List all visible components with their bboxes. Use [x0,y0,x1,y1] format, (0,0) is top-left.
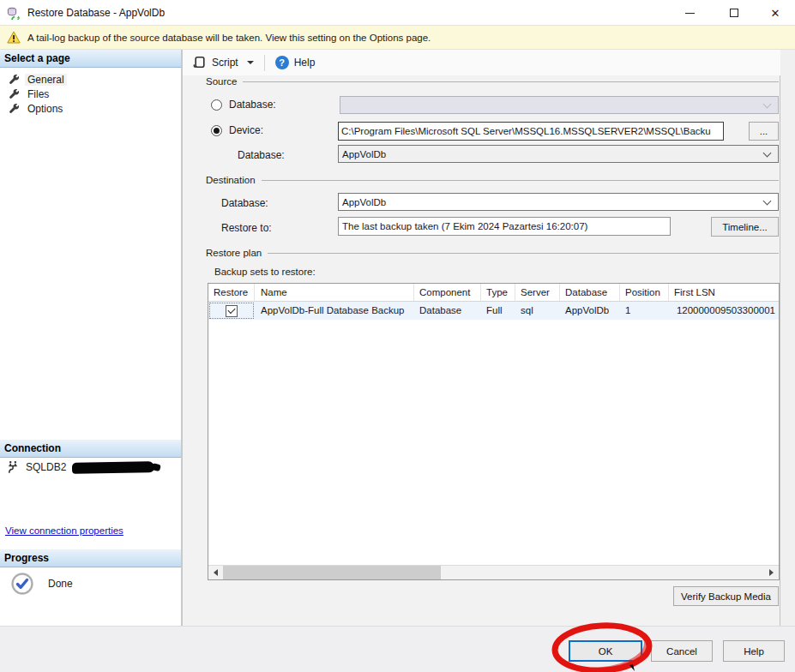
scrollbar-thumb[interactable] [223,566,441,579]
server-connection-icon [7,460,20,474]
cell-database: AppVolDb [560,302,620,320]
title-bar: Restore Database - AppVolDb ✕ [0,0,795,26]
sidebar-item-general[interactable]: General [9,72,67,87]
restore-plan-legend: Restore plan [206,248,262,258]
source-database-label: Database: [238,149,285,161]
redaction-scribble [72,461,154,474]
source-legend: Source [206,76,237,87]
sidebar-item-label: General [25,74,67,86]
destination-database-label: Database: [221,197,268,209]
maximize-button[interactable] [719,0,750,26]
col-header-database[interactable]: Database [560,284,620,301]
select-a-page-header: Select a page [0,50,181,68]
table-row[interactable]: AppVolDb-Full Database Backup Database F… [208,302,779,320]
scroll-right-icon[interactable] [764,566,779,579]
source-backup-database-value: AppVolDb [339,149,764,159]
progress-status: Done [48,578,73,590]
wrench-icon [9,88,20,99]
connection-server: SQLDB2 [7,460,154,474]
restore-database-window: Restore Database - AppVolDb ✕ A tail-log… [0,0,795,672]
cell-first-lsn: 120000009503300001 [669,302,779,320]
minimize-button[interactable] [674,0,705,26]
backup-sets-table: Restore Name Component Type Server Datab… [208,283,780,580]
col-header-name[interactable]: Name [255,284,414,301]
restore-plan-group: Restore plan [206,248,779,258]
timeline-button[interactable]: Timeline... [711,217,779,237]
warning-text: A tail-log backup of the source database… [27,33,431,43]
close-button[interactable]: ✕ [760,0,791,26]
cell-type: Full [481,302,515,320]
source-database-combo [340,96,779,114]
help-button[interactable]: Help [723,640,785,662]
destination-legend: Destination [206,175,256,185]
group-divider-line [268,253,779,254]
cell-component: Database [414,302,481,320]
script-icon [193,56,207,69]
source-database-radio[interactable] [211,99,222,111]
cancel-button[interactable]: Cancel [651,640,713,662]
wrench-icon [9,103,20,114]
device-path-input[interactable]: C:\Program Files\Microsoft SQL Server\MS… [338,122,724,141]
table-header-row: Restore Name Component Type Server Datab… [208,284,779,302]
destination-database-value: AppVolDb [339,197,764,207]
progress-header: Progress [0,549,181,567]
verify-backup-media-button[interactable]: Verify Backup Media [673,586,779,606]
group-divider-line [262,180,779,181]
view-connection-properties-link[interactable]: View connection properties [5,525,123,536]
wrench-icon [9,74,20,85]
connection-header: Connection [0,440,181,458]
source-device-radio-label: Device: [229,124,263,136]
progress-status-row: Done [10,572,73,596]
col-header-server[interactable]: Server [515,284,560,301]
sidebar-item-files[interactable]: Files [9,87,51,101]
done-check-icon [10,572,34,596]
destination-database-combo[interactable]: AppVolDb [338,193,779,211]
backup-sets-caption: Backup sets to restore: [214,267,316,277]
restore-to-label: Restore to: [221,222,272,234]
source-device-radio[interactable] [211,125,222,136]
main-panel: Script ? Help Source Database: Device: C… [183,50,780,626]
cell-position: 1 [620,302,669,320]
restore-database-icon [7,6,21,20]
destination-group: Destination [206,175,779,185]
restore-checkbox[interactable] [226,305,238,317]
script-dropdown-caret[interactable] [247,61,254,64]
sidebar-item-label: Options [25,103,65,115]
col-header-restore[interactable]: Restore [208,284,255,301]
dialog-toolbar: Script ? Help [183,50,780,75]
group-divider-line [243,81,779,82]
col-header-component[interactable]: Component [414,284,481,301]
browse-button[interactable]: ... [749,122,779,141]
restore-to-value: The last backup taken (7 Ekim 2024 Pazar… [338,217,671,236]
source-group: Source [206,76,779,87]
ok-button[interactable]: OK [569,640,642,662]
script-button[interactable]: Script [212,57,238,69]
chevron-down-icon [763,148,772,157]
source-database-radio-label: Database: [229,99,276,111]
help-icon: ? [275,56,289,69]
col-header-first-lsn[interactable]: First LSN [669,284,779,301]
warning-icon [7,31,21,44]
cell-server: sql [515,302,560,320]
scroll-left-icon[interactable] [208,566,223,579]
cell-name: AppVolDb-Full Database Backup [255,302,414,320]
sidebar-item-options[interactable]: Options [9,101,65,116]
col-header-position[interactable]: Position [620,284,669,301]
footer-bar: OK Cancel Help [0,626,795,672]
chevron-down-icon [763,99,772,108]
server-name: SQLDB2 [26,461,66,473]
chevron-down-icon [763,196,772,205]
source-backup-database-combo[interactable]: AppVolDb [338,145,779,163]
tail-log-warning-banner: A tail-log backup of the source database… [0,26,795,50]
sidebar-item-label: Files [25,88,51,100]
col-header-type[interactable]: Type [481,284,515,301]
horizontal-scrollbar[interactable] [208,565,779,579]
sidebar: Select a page General Files Options Conn… [0,50,181,626]
help-button[interactable]: Help [294,57,316,69]
restore-checkbox-cell [208,302,255,320]
toolbar-separator [264,55,265,71]
window-title: Restore Database - AppVolDb [27,0,165,26]
